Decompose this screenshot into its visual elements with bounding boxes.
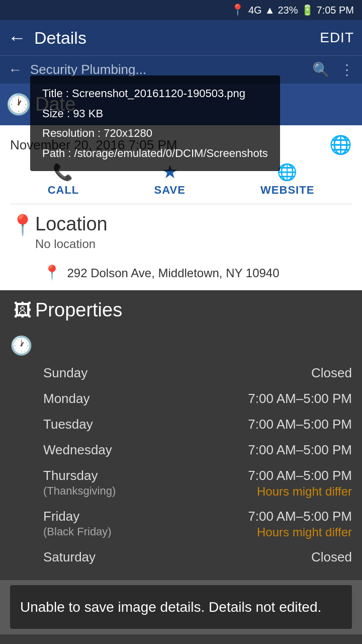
hours-differ-thursday: Hours might differ xyxy=(248,485,352,499)
hours-clock-icon: 🕐 xyxy=(10,335,33,356)
suggestion-section[interactable]: › Someone suggested new info 570-293-034… xyxy=(0,634,362,644)
location-label: Location xyxy=(35,213,108,235)
day-wednesday: Wednesday xyxy=(43,442,112,458)
status-bar: 📍 4G ▲ 23% 🔋 7:05 PM xyxy=(0,0,362,20)
day-sunday: Sunday xyxy=(43,365,87,381)
hours-row-tuesday: Tuesday 7:00 AM–5:00 PM xyxy=(43,412,352,437)
image-resolution: Resolution : 362x644 xyxy=(42,123,268,143)
battery-icon: 🔋 xyxy=(301,4,314,16)
details-bar: ← Details EDIT xyxy=(0,20,362,55)
time-thursday: 7:00 AM–5:00 PM xyxy=(248,468,352,484)
page-title: Details xyxy=(34,28,320,48)
website-label: WEBSITE xyxy=(260,184,314,197)
location-info: Location No location xyxy=(35,213,108,251)
hours-row-monday: Monday 7:00 AM–5:00 PM xyxy=(43,386,352,412)
time-sunday: Closed xyxy=(311,365,352,381)
subnav-back-button[interactable]: ← xyxy=(8,62,22,78)
status-icons: 4G ▲ 23% 🔋 7:05 PM xyxy=(248,4,354,16)
address-text: 292 Dolson Ave, Middletown, NY 10940 xyxy=(67,266,279,280)
hours-differ-friday: Hours might differ xyxy=(248,525,352,539)
hours-row-wednesday: Wednesday 7:00 AM–5:00 PM xyxy=(43,437,352,463)
time-friday: 7:00 AM–5:00 PM xyxy=(248,509,352,524)
search-icon[interactable]: 🔍 xyxy=(312,61,330,78)
clock-icon: 🕐 xyxy=(6,93,31,116)
day-friday: Friday xyxy=(43,509,112,524)
globe-icon[interactable]: 🌐 xyxy=(329,134,352,155)
battery-percent: 23% xyxy=(278,5,298,16)
call-label: CALL xyxy=(48,184,79,197)
properties-section-header: 🖼 Properties xyxy=(0,290,362,330)
signal-bars: ▲ xyxy=(265,5,275,16)
back-button[interactable]: ← xyxy=(8,27,26,48)
no-location-text: No location xyxy=(35,237,108,251)
address-pin-icon: 📍 xyxy=(43,265,61,280)
hours-section: 🕐 Sunday Closed Monday 7:00 AM–5:00 PM T… xyxy=(0,330,362,580)
time-tuesday: 7:00 AM–5:00 PM xyxy=(248,417,352,432)
edit-button[interactable]: EDIT xyxy=(320,30,354,46)
time-wednesday: 7:00 AM–5:00 PM xyxy=(248,442,352,458)
time-monday: 7:00 AM–5:00 PM xyxy=(248,391,352,407)
properties-label: Properties xyxy=(35,299,122,321)
time-saturday: Closed xyxy=(311,549,352,565)
image-info-icon: 🖼 xyxy=(14,300,32,321)
time: 7:05 PM xyxy=(317,5,354,16)
image-size: Size : 93 KB xyxy=(42,104,268,124)
more-options-icon[interactable]: ⋮ xyxy=(340,61,354,78)
image-path: Path : /storage/emulated/0/DCIM/Screensh… xyxy=(42,143,268,164)
hours-row-friday: Friday (Black Friday) 7:00 AM–5:00 PM Ho… xyxy=(43,504,352,544)
signal-4g: 4G xyxy=(248,5,262,16)
error-overlay: Unable to save image details. Details no… xyxy=(10,585,352,629)
day-saturday: Saturday xyxy=(43,549,96,565)
save-label: SAVE xyxy=(154,184,186,197)
location-section-header: 📍 Location No location xyxy=(0,204,362,260)
error-message: Unable to save image details. Details no… xyxy=(20,597,342,617)
hours-row-saturday: Saturday Closed xyxy=(43,544,352,570)
day-tuesday: Tuesday xyxy=(43,417,93,432)
image-info-overlay: Title : Screenshot_20161120-190503.png S… xyxy=(30,75,280,171)
address-row: 📍 292 Dolson Ave, Middletown, NY 10940 xyxy=(0,260,362,290)
location-icon: 📍 xyxy=(231,4,244,17)
day-monday: Monday xyxy=(43,391,90,407)
day-friday-sub: (Black Friday) xyxy=(43,525,112,538)
day-thursday: Thursday xyxy=(43,468,116,484)
hours-row-thursday: Thursday (Thanksgiving) 7:00 AM–5:00 PM … xyxy=(43,463,352,504)
image-title: Title : Screenshot_20161120-190503.png xyxy=(42,84,268,104)
location-pin-icon: 📍 xyxy=(10,213,35,237)
website-icon: 🌐 xyxy=(277,163,298,182)
day-thursday-sub: (Thanksgiving) xyxy=(43,485,116,498)
hours-row-sunday: Sunday Closed xyxy=(43,360,352,386)
